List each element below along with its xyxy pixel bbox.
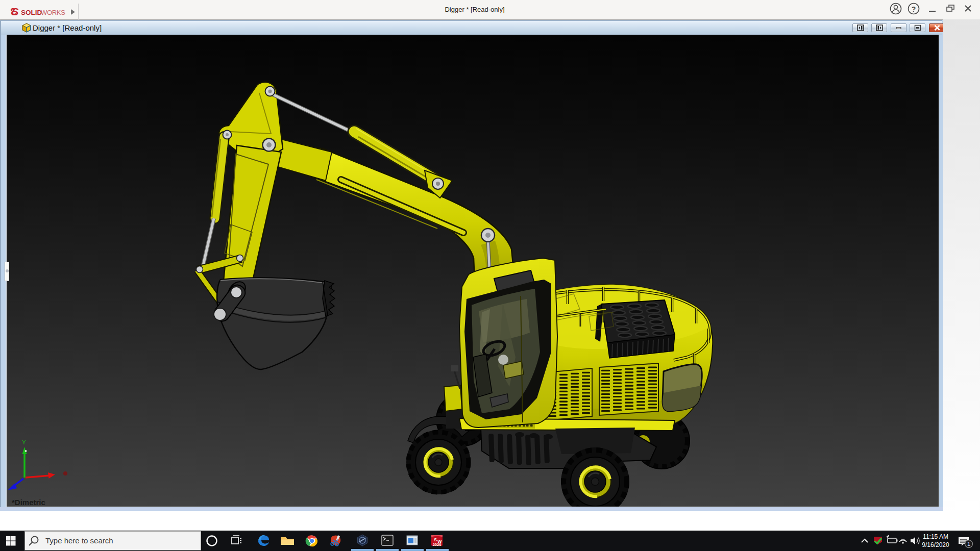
svg-text:S: S (434, 537, 437, 542)
svg-text:1: 1 (967, 541, 970, 547)
svg-text:Y: Y (22, 439, 26, 445)
svg-text:*Dimetric: *Dimetric (12, 498, 45, 507)
svg-text:2020: 2020 (433, 542, 442, 547)
